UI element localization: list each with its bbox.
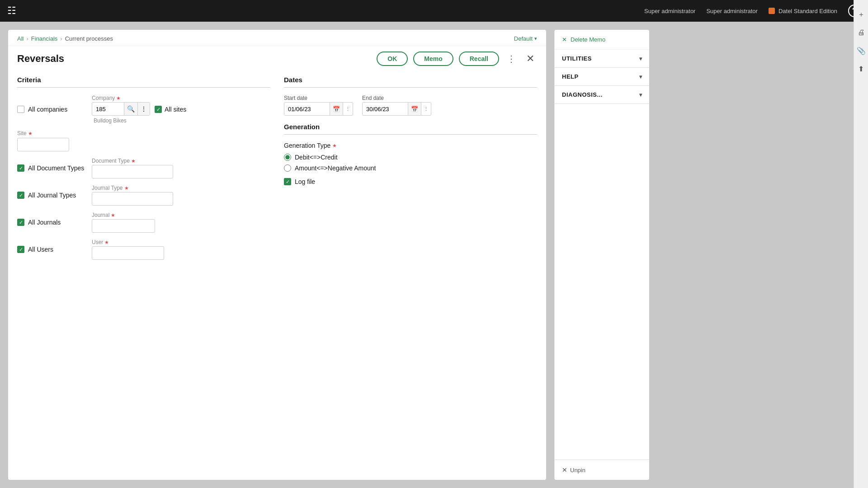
all-doc-types-label: All Document Types: [28, 164, 84, 172]
ok-button[interactable]: OK: [377, 52, 408, 66]
delete-icon: ✕: [562, 36, 567, 43]
journals-label-row: ✓ All Journals Journal ★: [17, 212, 270, 233]
share-icon[interactable]: ⬆: [854, 61, 868, 76]
all-journal-types-label: All Journal Types: [28, 192, 76, 199]
utilities-chevron-icon: ▾: [639, 56, 642, 62]
doc-types-row: ✓ All Document Types Document Type ★: [17, 158, 270, 178]
all-sites-check[interactable]: ✓ All sites: [155, 106, 186, 113]
doc-type-input[interactable]: [92, 165, 173, 178]
dates-generation-panel: Dates Start date 📅 ⋮ End date: [284, 71, 537, 471]
breadcrumb-financials[interactable]: Financials: [31, 35, 58, 42]
help-section: HELP ▾: [555, 68, 649, 86]
generation-title: Generation: [284, 123, 537, 135]
dates-title: Dates: [284, 76, 537, 88]
all-companies-checkbox[interactable]: [17, 106, 24, 113]
log-file-label: Log file: [295, 178, 315, 185]
radio-option1-row: Debit<=>Credit: [284, 154, 537, 161]
radio-amount-negative-label[interactable]: Amount<=>Negative Amount: [295, 164, 376, 172]
breadcrumb-all[interactable]: All: [17, 35, 24, 42]
memo-button[interactable]: Memo: [413, 52, 453, 66]
all-users-checkbox[interactable]: ✓: [17, 246, 24, 253]
all-journal-types-check[interactable]: ✓ All Journal Types: [17, 192, 87, 199]
users-label-row: ✓ All Users User ★: [17, 239, 270, 260]
generation-section: Generation Generation Type ★ Debit<=>Cre…: [284, 123, 537, 185]
start-date-wrap: 📅 ⋮: [284, 102, 353, 116]
user-input[interactable]: [92, 246, 164, 260]
criteria-title: Criteria: [17, 76, 270, 88]
print-icon[interactable]: 🖨: [854, 25, 868, 40]
end-date-more-button[interactable]: ⋮: [421, 103, 431, 115]
site-field: Site ★: [17, 130, 270, 151]
unpin-icon: ✕: [562, 466, 567, 474]
utilities-header[interactable]: UTILITIES ▾: [555, 50, 649, 67]
utilities-section: UTILITIES ▾: [555, 50, 649, 68]
site-label: Site ★: [17, 130, 270, 136]
all-doc-types-check[interactable]: ✓ All Document Types: [17, 164, 87, 172]
admin1-label: Super administrator: [644, 8, 695, 14]
delete-memo-button[interactable]: ✕ Delete Memo: [555, 30, 649, 50]
recall-button[interactable]: Recall: [459, 52, 499, 66]
end-date-calendar-button[interactable]: 📅: [408, 103, 421, 115]
end-date-input[interactable]: [363, 103, 408, 115]
start-date-input[interactable]: [284, 103, 330, 115]
help-header[interactable]: HELP ▾: [555, 68, 649, 85]
company-field-group: Company ★ 🔍 ⋮ Bulldog Bikes: [92, 95, 150, 124]
all-companies-check[interactable]: All companies: [17, 106, 87, 113]
dialog-title: Reversals: [17, 53, 371, 65]
radio-option2-row: Amount<=>Negative Amount: [284, 164, 537, 172]
company-name: Bulldog Bikes: [94, 117, 150, 124]
company-row: All companies Company ★ 🔍: [17, 95, 270, 124]
unpin-button[interactable]: ✕ Unpin: [555, 460, 649, 480]
doc-type-field-label: Document Type ★: [92, 158, 173, 164]
company-search-button[interactable]: 🔍: [124, 103, 137, 115]
breadcrumb: All › Financials › Current processes Def…: [8, 30, 546, 46]
log-file-checkbox[interactable]: ✓: [284, 178, 291, 185]
site-input[interactable]: [17, 138, 69, 151]
start-date-more-button[interactable]: ⋮: [343, 103, 353, 115]
all-journals-check[interactable]: ✓ All Journals: [17, 219, 87, 226]
journal-types-label-row: ✓ All Journal Types Journal Type ★: [17, 185, 270, 206]
radio-debit-credit[interactable]: [284, 154, 291, 161]
start-date-label: Start date: [284, 95, 353, 101]
start-date-calendar-button[interactable]: 📅: [330, 103, 343, 115]
journal-field-label: Journal ★: [92, 212, 155, 218]
all-journal-types-checkbox[interactable]: ✓: [17, 192, 24, 199]
doc-type-required: ★: [131, 158, 136, 164]
end-date-field: End date 📅 ⋮: [362, 95, 431, 116]
radio-debit-credit-label[interactable]: Debit<=>Credit: [295, 154, 338, 161]
radio-amount-negative[interactable]: [284, 164, 291, 172]
more-icon[interactable]: ⋮: [505, 53, 518, 64]
all-journals-label: All Journals: [28, 219, 61, 226]
company-input-wrap: 🔍 ⋮: [92, 102, 150, 116]
journal-input[interactable]: [92, 219, 155, 233]
company-input[interactable]: [92, 103, 124, 115]
close-icon[interactable]: ✕: [524, 53, 537, 65]
breadcrumb-sep1: ›: [26, 35, 28, 42]
main-container: All › Financials › Current processes Def…: [0, 22, 868, 488]
breadcrumb-default[interactable]: Default ▾: [514, 35, 537, 42]
end-date-label: End date: [362, 95, 431, 101]
topbar-left: ☷: [7, 5, 16, 17]
user-field-label: User ★: [92, 239, 164, 245]
menu-icon[interactable]: ☷: [7, 5, 16, 16]
breadcrumb-current: Current processes: [65, 35, 113, 42]
company-more-button[interactable]: ⋮: [137, 103, 150, 115]
all-doc-types-checkbox[interactable]: ✓: [17, 164, 24, 172]
breadcrumb-chevron-icon: ▾: [534, 36, 537, 42]
all-sites-label: All sites: [165, 106, 186, 113]
journal-type-input[interactable]: [92, 192, 173, 206]
criteria-panel: Criteria All companies Company ★: [17, 71, 270, 471]
plus-icon[interactable]: ＋: [854, 7, 868, 22]
brand-dot: [769, 8, 775, 14]
date-row: Start date 📅 ⋮ End date 📅 ⋮: [284, 95, 537, 116]
clip-icon[interactable]: 📎: [854, 43, 868, 58]
all-users-check[interactable]: ✓ All Users: [17, 246, 87, 253]
journal-types-row: ✓ All Journal Types Journal Type ★: [17, 185, 270, 206]
right-sidebar: ✕ Delete Memo UTILITIES ▾ HELP ▾ DIAGNOS…: [554, 30, 649, 480]
all-journals-checkbox[interactable]: ✓: [17, 219, 24, 226]
all-sites-checkbox[interactable]: ✓: [155, 106, 162, 113]
diagnosis-header[interactable]: DIAGNOSIS... ▾: [555, 86, 649, 103]
all-users-label: All Users: [28, 246, 53, 253]
gen-type-required: ★: [332, 143, 337, 149]
users-row: ✓ All Users User ★: [17, 239, 270, 260]
